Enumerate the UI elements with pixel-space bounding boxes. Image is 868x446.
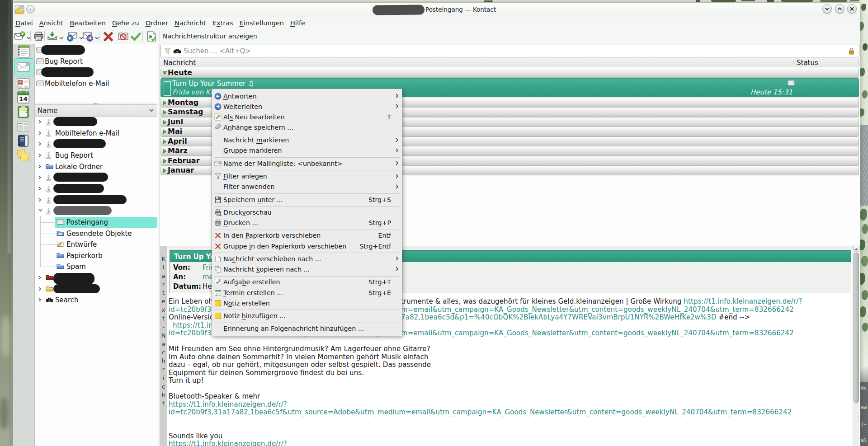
get-mail-icon-button[interactable]	[47, 30, 63, 42]
tree-item-mobiltelefon-e-mail[interactable]: Mobiltelefon e-Mail	[35, 128, 157, 139]
body-link[interactable]: 7a82,1bea6c5d&p1=%40cObQK%2BlekAbLya4Y7W…	[401, 313, 717, 321]
tree-item-redacted[interactable]	[35, 172, 157, 183]
delete-icon-button[interactable]	[103, 30, 114, 42]
tree-item-redacted[interactable]	[35, 117, 157, 128]
folder-tree-header[interactable]: Name	[35, 104, 157, 117]
body-link[interactable]: m=email&utm_campaign=KA_Goods_Newsletter…	[401, 305, 794, 314]
new-mail-icon-button[interactable]	[14, 30, 31, 42]
menu-item-anhänge-speichern[interactable]: Anhänge speichern ...	[212, 122, 402, 132]
favorite-folder-row[interactable]: Bug Report	[35, 56, 157, 67]
message-list-header[interactable]: Nachricht Status	[160, 57, 860, 68]
favorite-folder-row[interactable]	[35, 45, 157, 56]
floppy-icon	[214, 196, 222, 203]
menu-item-filter-anlegen[interactable]: Filter anlegen	[212, 171, 402, 182]
folder-blue-icon	[46, 163, 53, 169]
lock-icon[interactable]	[849, 47, 854, 55]
body-link[interactable]: https://t1.info.kleinanzeigen.de/r/?	[169, 400, 287, 408]
menu-item-aufgabe-erstellen[interactable]: Aufgabe erstellen Strg+T	[212, 277, 402, 287]
menubar-item-gehe-zu[interactable]: Gehe zu	[109, 19, 142, 27]
menubar-item-ordner[interactable]: Ordner	[142, 19, 171, 27]
menu-item-erinnerung-an-folgenachricht-hinzufügen[interactable]: Erinnerung an Folgenachricht hinzufügen …	[212, 324, 402, 334]
sidebar-item-journal[interactable]	[16, 120, 30, 134]
scroll-up-button[interactable]	[854, 246, 859, 252]
menu-item-name-der-mailingliste-unbekannt[interactable]: Name der Mailingliste: <unbekannt>	[212, 158, 402, 169]
menu-item-weiterleiten[interactable]: Weiterleiten	[212, 101, 402, 112]
body-link[interactable]: https://t1.info.kleinanzeigen.de/r/?	[684, 297, 802, 305]
sidebar-item-notes[interactable]	[16, 134, 30, 148]
menu-item-drucken[interactable]: Drucken ... Strg+P	[212, 218, 402, 228]
body-link[interactable]: id=tc20b9f3	[169, 305, 211, 314]
body-link[interactable]: https://t1.info.kleinanzeigen.de/r/?	[169, 440, 287, 446]
tree-item-bug-report[interactable]: Bug Report	[35, 150, 157, 161]
sidebar-item-contacts[interactable]	[16, 76, 30, 90]
favorite-folder-row[interactable]: Mobiltelefon e-Mail	[35, 79, 157, 89]
tree-item-entw-rfe[interactable]: Entwürfe	[35, 239, 157, 250]
column-separator[interactable]	[793, 60, 793, 65]
search-input[interactable]: Suchen ... <Alt+Q>	[160, 45, 859, 57]
menu-item-termin-erstellen[interactable]: Termin erstellen ... Strg+E	[212, 287, 402, 298]
scrollbar-thumb[interactable]	[854, 253, 859, 403]
body-link[interactable]: m=email&utm_campaign=KA_Goods_Newsletter…	[401, 329, 794, 337]
reply-icon-button[interactable]	[66, 30, 83, 42]
menu-item-notiz-erstellen[interactable]: Notiz erstellen	[212, 298, 402, 308]
plaintext-sidebar[interactable]: Klartext-Nachricht	[160, 246, 167, 446]
column-separator[interactable]	[859, 60, 859, 65]
menu-item-antworten[interactable]: Antworten	[212, 91, 402, 101]
tree-item-gesendete-objekte[interactable]: Gesendete Objekte	[35, 228, 157, 239]
structure-toggle-button[interactable]: Nachrichtenstruktur anzeigen	[163, 30, 257, 42]
menu-item-filter-anwenden[interactable]: Filter anwenden	[212, 182, 402, 192]
thread-expander[interactable]	[164, 81, 171, 96]
menu-item-nachricht-markieren[interactable]: Nachricht markieren	[212, 135, 402, 146]
menubar-item-ansicht[interactable]: Ansicht	[36, 19, 67, 27]
tree-item-redacted[interactable]	[35, 272, 157, 284]
preview-scrollbar[interactable]	[853, 245, 859, 446]
tree-item-papierkorb[interactable]: Papierkorb	[35, 250, 157, 262]
spam-icon-button[interactable]	[118, 30, 129, 42]
tree-item-redacted[interactable]	[35, 139, 157, 150]
body-link[interactable]: https://t1.in	[173, 321, 213, 329]
menu-item-in-den-papierkorb-verschieben[interactable]: In den Papierkorb verschieben Entf	[212, 230, 402, 241]
sidebar-item-sticky-notes[interactable]	[16, 149, 30, 163]
body-text: Equipment für deinen Sommergroove findes…	[169, 369, 364, 377]
menu-item-als-neu-bearbeiten[interactable]: Als Neu bearbeiten T	[212, 112, 402, 122]
menu-item-gruppe-in-den-papierkorb-verschieben[interactable]: Gruppe in den Papierkorb verschieben Str…	[212, 241, 402, 251]
tree-item-lokale-ordner[interactable]: Lokale Ordner	[35, 161, 157, 173]
column-nachricht[interactable]: Nachricht	[163, 59, 196, 67]
sidebar-item-calendar[interactable]	[16, 90, 30, 104]
menubar-item-nachricht[interactable]: Nachricht	[171, 19, 209, 27]
group-header-heute[interactable]: Heute	[160, 68, 859, 78]
menubar-item-datei[interactable]: Datei	[12, 19, 36, 27]
menubar-item-extras[interactable]: Extras	[209, 19, 236, 27]
sidebar-item-mail[interactable]	[16, 60, 30, 74]
structure-icon-button[interactable]	[146, 30, 157, 42]
tree-item-redacted[interactable]	[35, 183, 157, 195]
sidebar-item-summary[interactable]	[16, 44, 30, 58]
menu-item-gruppe-markieren[interactable]: Gruppe markieren	[212, 146, 402, 156]
tree-item-search[interactable]: Search	[35, 295, 157, 306]
maximize-button[interactable]	[835, 4, 844, 14]
tree-item-redacted[interactable]	[35, 206, 157, 217]
forward-icon-button[interactable]	[82, 30, 99, 42]
menu-item-notiz-hinzufügen[interactable]: Notiz hinzufügen ...	[212, 310, 402, 321]
menu-item-speichern-unter[interactable]: Speichern unter ... Strg+S	[212, 194, 402, 205]
titlebar[interactable]: Posteingang — Kontact	[13, 3, 860, 17]
minimize-button[interactable]	[822, 4, 832, 14]
column-status[interactable]: Status	[797, 59, 818, 67]
menu-item-nachricht-verschieben-nach[interactable]: Nachricht verschieben nach ...	[212, 254, 402, 264]
menu-item-druckvorschau[interactable]: Druckvorschau	[212, 207, 402, 217]
print-icon-button[interactable]	[33, 30, 44, 42]
menu-item-nachricht-kopieren-nach[interactable]: Nachricht kopieren nach ...	[212, 264, 402, 274]
menubar-item-einstellungen[interactable]: Einstellungen	[236, 19, 287, 27]
tree-item-redacted[interactable]	[35, 195, 157, 206]
window-menu-button[interactable]	[26, 5, 35, 14]
tree-item-spam[interactable]: Spam	[35, 261, 157, 272]
ham-icon-button[interactable]	[130, 30, 142, 42]
menubar-item-hilfe[interactable]: Hilfe	[287, 19, 308, 27]
menubar-item-bearbeiten[interactable]: Bearbeiten	[66, 19, 109, 27]
favorite-folder-row[interactable]	[35, 67, 157, 78]
close-button[interactable]	[847, 4, 857, 14]
tree-item-redacted[interactable]	[35, 284, 157, 295]
tree-item-posteingang[interactable]: Posteingang	[35, 217, 157, 228]
body-link[interactable]: id=tc20b9f3,31a17a82,1bea6c5f&utm_source…	[169, 408, 792, 416]
sidebar-item-tasks[interactable]	[16, 105, 30, 119]
